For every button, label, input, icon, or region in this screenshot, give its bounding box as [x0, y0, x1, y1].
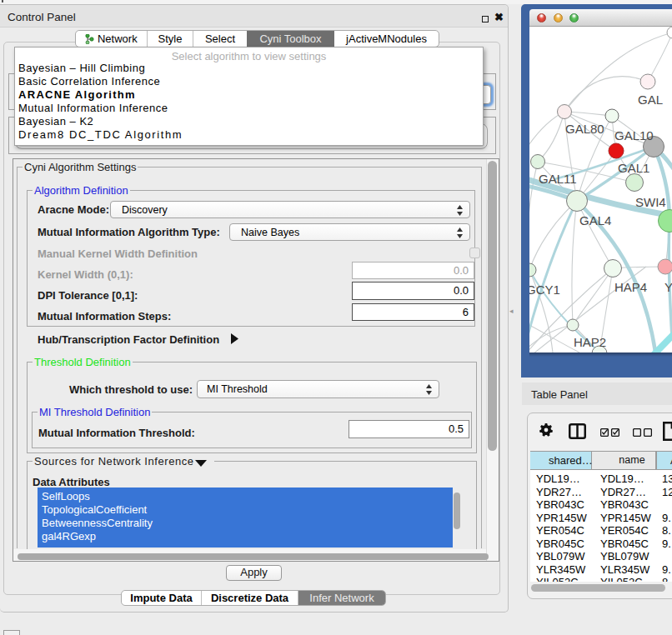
svg-text:HAP4: HAP4: [614, 280, 647, 294]
svg-text:Y: Y: [664, 280, 672, 294]
svg-text:GAL10: GAL10: [614, 128, 654, 142]
svg-text:HAP2: HAP2: [574, 335, 606, 349]
svg-text:GAL11: GAL11: [539, 172, 577, 186]
svg-text:GAL: GAL: [638, 92, 663, 107]
svg-text:GAL80: GAL80: [565, 122, 604, 136]
svg-text:GCY1: GCY1: [529, 282, 560, 297]
svg-text:SWI4: SWI4: [635, 195, 666, 209]
svg-text:GAL4: GAL4: [579, 213, 611, 228]
svg-text:GAL1: GAL1: [618, 161, 649, 175]
